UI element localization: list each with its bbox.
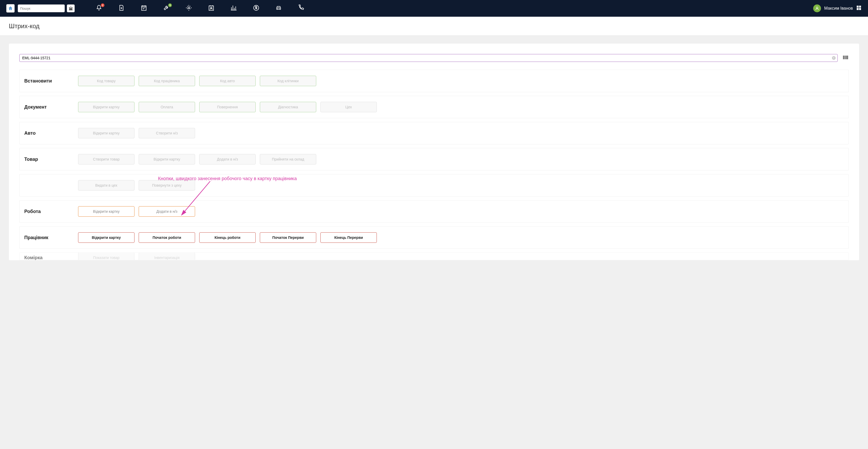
- page-title: Штрих-код: [9, 23, 859, 30]
- avatar: [813, 4, 821, 12]
- barcode-row: ✕: [19, 54, 849, 62]
- btn-cell-inv[interactable]: Інвентаризація: [139, 252, 195, 260]
- section-label: Працівник: [24, 235, 74, 240]
- section-label: Авто: [24, 131, 74, 136]
- btn-auto-create[interactable]: Створити н/з: [139, 128, 195, 138]
- notifications-button[interactable]: 2: [96, 4, 102, 12]
- btn-product-open[interactable]: Відкрити картку: [139, 154, 195, 164]
- section-label: Робота: [24, 209, 74, 214]
- nav-icons: 2 3: [96, 4, 305, 12]
- dollar-icon: [253, 4, 259, 11]
- btn-doc-open[interactable]: Відкрити картку: [78, 102, 134, 112]
- btn-work-add[interactable]: Додати в н/з: [139, 206, 195, 217]
- btn-product-return[interactable]: Повернути з цеху: [139, 180, 195, 191]
- calendar-check-icon: [141, 4, 147, 11]
- car-icon: [275, 4, 282, 11]
- add-document-icon: [118, 4, 125, 11]
- contact-button[interactable]: [208, 4, 215, 12]
- btn-set-product-code[interactable]: Код товару: [78, 76, 134, 86]
- barcode-input[interactable]: [19, 54, 838, 62]
- section-label: Комірка: [24, 255, 74, 260]
- section-label: Встановити: [24, 78, 74, 84]
- btn-emp-open[interactable]: Відкрити картку: [78, 232, 134, 243]
- card: ✕ Встановити Код товару Код працівника К…: [9, 43, 859, 260]
- section-document: Документ Відкрити картку Оплата Повернен…: [19, 96, 849, 118]
- svg-rect-13: [859, 8, 861, 10]
- add-document-button[interactable]: [118, 4, 125, 12]
- barcode-input-wrap: ✕: [19, 54, 838, 62]
- user-area[interactable]: Максим Іванов: [813, 4, 862, 12]
- btn-product-give[interactable]: Видати в цех: [78, 180, 134, 191]
- btn-set-cell-code[interactable]: Код клітинки: [260, 76, 316, 86]
- calendar-check-button[interactable]: [141, 4, 147, 12]
- user-icon: [815, 6, 819, 11]
- btn-set-employee-code[interactable]: Код працівника: [139, 76, 195, 86]
- barcode-icon[interactable]: [842, 54, 849, 62]
- contact-icon: [208, 4, 215, 11]
- section-employee: Працівник Відкрити картку Початок роботи…: [19, 226, 849, 249]
- btn-product-receive[interactable]: Прийняти на склад: [260, 154, 316, 164]
- bank-button[interactable]: [67, 4, 75, 12]
- stats-button[interactable]: [230, 4, 237, 12]
- svg-point-8: [279, 8, 280, 9]
- calls-button[interactable]: [298, 4, 305, 12]
- settings-button[interactable]: [185, 4, 192, 12]
- notifications-badge: 2: [101, 3, 104, 7]
- finance-button[interactable]: [253, 4, 259, 12]
- search-wrap: [18, 4, 65, 12]
- tools-badge: 3: [168, 3, 172, 7]
- svg-point-5: [211, 7, 212, 8]
- section-cell: Комірка Показати товар Інвентаризація: [19, 252, 849, 260]
- btn-work-open[interactable]: Відкрити картку: [78, 206, 134, 217]
- btn-doc-pay[interactable]: Оплата: [139, 102, 195, 112]
- home-button[interactable]: [6, 4, 14, 12]
- section-product-2: Видати в цех Повернути з цеху Кнопки, шв…: [19, 174, 849, 197]
- search-input[interactable]: [20, 6, 64, 10]
- btn-product-add[interactable]: Додати в н/з: [199, 154, 256, 164]
- btn-doc-return[interactable]: Повернення: [199, 102, 256, 112]
- btn-cell-show[interactable]: Показати товар: [78, 252, 134, 260]
- section-label: Документ: [24, 104, 74, 110]
- btn-emp-start-work[interactable]: Початок роботи: [139, 232, 195, 243]
- header: 2 3 Макси: [0, 0, 868, 17]
- tools-button[interactable]: 3: [163, 4, 170, 12]
- apps-button[interactable]: [856, 5, 862, 12]
- section-product: Товар Створити товар Відкрити картку Дод…: [19, 148, 849, 170]
- phone-icon: [298, 4, 305, 11]
- vehicles-button[interactable]: [275, 4, 282, 12]
- home-icon: [8, 6, 13, 11]
- svg-rect-10: [857, 6, 859, 7]
- section-auto: Авто Відкрити картку Створити н/з: [19, 122, 849, 145]
- grid-icon: [856, 5, 862, 11]
- chart-icon: [230, 4, 237, 11]
- btn-doc-workshop[interactable]: Цех: [320, 102, 377, 112]
- btn-product-create[interactable]: Створити товар: [78, 154, 134, 164]
- content: ✕ Встановити Код товару Код працівника К…: [0, 36, 868, 272]
- section-work: Робота Відкрити картку Додати в н/з: [19, 200, 849, 223]
- svg-point-7: [277, 8, 278, 9]
- btn-auto-open[interactable]: Відкрити картку: [78, 128, 134, 138]
- svg-point-3: [188, 7, 190, 9]
- btn-emp-start-break[interactable]: Початок Перерви: [260, 232, 316, 243]
- btn-emp-end-work[interactable]: Кінець роботи: [199, 232, 256, 243]
- svg-rect-12: [857, 8, 859, 10]
- user-name: Максим Іванов: [824, 6, 853, 11]
- btn-emp-end-break[interactable]: Кінець Перерви: [320, 232, 377, 243]
- svg-rect-4: [209, 6, 213, 10]
- svg-rect-11: [859, 6, 861, 7]
- bank-icon: [68, 6, 73, 11]
- section-set: Встановити Код товару Код працівника Код…: [19, 70, 849, 92]
- gear-icon: [185, 4, 192, 11]
- btn-set-auto-code[interactable]: Код авто: [199, 76, 256, 86]
- btn-doc-diag[interactable]: Діагностика: [260, 102, 316, 112]
- svg-point-9: [816, 7, 818, 9]
- section-label: Товар: [24, 157, 74, 162]
- page-title-wrap: Штрих-код: [0, 17, 868, 36]
- clear-button[interactable]: ✕: [832, 56, 836, 60]
